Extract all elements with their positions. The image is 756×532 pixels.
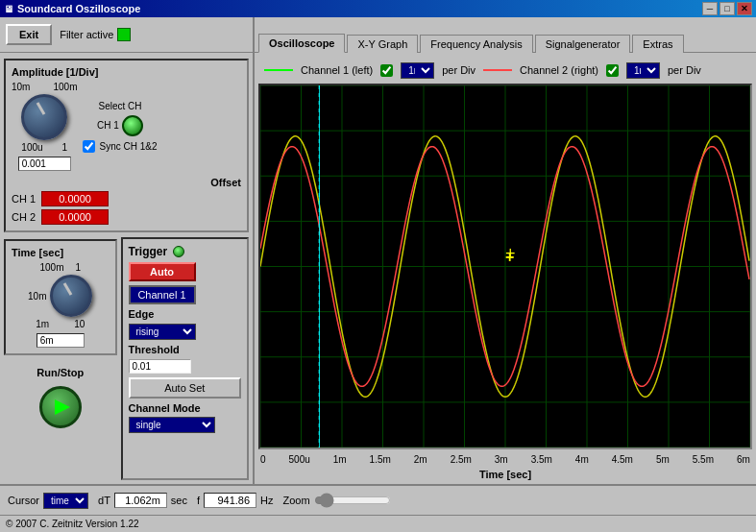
ch2-offset-value[interactable]: 0.0000 <box>41 209 109 225</box>
ch1-line-indicator <box>264 69 293 71</box>
filter-led <box>117 28 131 41</box>
frequency-field: f 941.86 Hz <box>197 493 274 508</box>
time-value-input[interactable] <box>37 333 85 348</box>
sync-checkbox[interactable] <box>83 140 95 153</box>
trigger-mode-button[interactable]: Auto <box>129 262 196 281</box>
tab-bar: Oscilloscope X-Y Graph Frequency Analysi… <box>255 17 756 52</box>
maximize-button[interactable]: □ <box>719 2 735 15</box>
trigger-section: Trigger Auto Channel 1 Edge rising falli… <box>121 237 250 480</box>
runstop-button[interactable] <box>39 386 82 428</box>
f-label: f <box>197 495 200 506</box>
dt-unit: sec <box>171 495 187 506</box>
time-title: Time [sec] <box>12 247 110 258</box>
window-title: Soundcard Oszilloscope <box>17 3 140 14</box>
ch1-led <box>122 115 143 136</box>
sync-label: Sync CH 1&2 <box>99 141 157 152</box>
ch1-offset-value[interactable]: 0.0000 <box>41 191 109 206</box>
channel-controls: Channel 1 (left) 1m5m10m per Div Channel… <box>258 57 752 84</box>
dt-value: 1.062m <box>114 493 167 508</box>
ch2-checkbox[interactable] <box>606 64 619 77</box>
scope-area: Channel 1 (left) 1m5m10m per Div Channel… <box>255 53 756 484</box>
scope-canvas <box>260 85 750 447</box>
ch1-channel-label: Channel 1 (left) <box>301 64 373 76</box>
tab-extras[interactable]: Extras <box>632 35 683 53</box>
copyright-text: © 2007 C. Zeitnitz Version 1.22 <box>6 519 139 529</box>
runstop-section: Run/Stop <box>4 361 117 434</box>
app-icon: 🖥 <box>4 4 13 14</box>
tab-frequency-analysis[interactable]: Frequency Analysis <box>420 35 532 53</box>
amplitude-knob[interactable] <box>21 94 67 140</box>
top-left-controls: Exit Filter active <box>0 17 255 52</box>
content-area: Amplitude [1/Div] 10m 100m <box>0 53 756 484</box>
amplitude-section: Amplitude [1/Div] 10m 100m <box>4 59 249 232</box>
tab-signalgenerator[interactable]: Signalgenerator <box>535 35 631 53</box>
edge-dropdown[interactable]: rising falling <box>129 324 196 340</box>
ch2-per-div-select[interactable]: 1m5m10m <box>626 62 660 79</box>
time-trigger-row: Time [sec] 100m 1 10m <box>4 237 249 480</box>
ch1-per-div-select[interactable]: 1m5m10m <box>401 62 434 79</box>
dt-label: dT <box>98 495 110 506</box>
channel-mode-label: Channel Mode <box>129 402 242 414</box>
f-value: 941.86 <box>204 493 256 508</box>
trigger-header: Trigger <box>129 245 242 258</box>
amplitude-value-input[interactable] <box>18 157 71 171</box>
runstop-label: Run/Stop <box>37 367 84 378</box>
trigger-led <box>173 246 184 257</box>
cursor-type-field: Cursor time freq <box>8 493 88 509</box>
status-bar: Cursor time freq dT 1.062m sec f 941.86 … <box>0 484 756 515</box>
ch1-label-amplitude: CH 1 <box>97 120 119 131</box>
channel-mode-section: Channel Mode single dual <box>129 402 242 433</box>
ch2-offset-label: CH 2 <box>12 211 36 223</box>
offset-label: Offset <box>12 177 241 188</box>
ch2-offset-field: CH 2 0.0000 <box>12 209 241 225</box>
sync-row: Sync CH 1&2 <box>83 140 157 153</box>
time-axis: 0 500u 1m 1.5m 2m 2.5m 3m 3.5m 4m 4.5m 5… <box>258 449 752 469</box>
time-runstop-col: Time [sec] 100m 1 10m <box>4 237 117 480</box>
auto-set-button[interactable]: Auto Set <box>129 377 242 399</box>
time-labels: 0 500u 1m 1.5m 2m 2.5m 3m 3.5m 4m 4.5m 5… <box>258 454 752 465</box>
zoom-label: Zoom <box>283 495 310 506</box>
play-icon <box>55 399 70 415</box>
ch1-checkbox[interactable] <box>380 64 393 77</box>
time-axis-label: Time [sec] <box>258 469 752 480</box>
time-section: Time [sec] 100m 1 10m <box>4 239 117 355</box>
tab-oscilloscope[interactable]: Oscilloscope <box>258 34 345 53</box>
zoom-field: Zoom <box>283 493 391 508</box>
zoom-slider[interactable] <box>314 493 391 508</box>
window-controls: ─ □ ✕ <box>702 2 752 15</box>
threshold-input[interactable] <box>129 359 191 374</box>
crosshair: + <box>505 249 514 266</box>
main-window: Exit Filter active Oscilloscope X-Y Grap… <box>0 17 756 532</box>
tab-xy-graph[interactable]: X-Y Graph <box>347 35 418 53</box>
filter-active-indicator: Filter active <box>60 28 131 41</box>
scope-display[interactable]: + <box>258 84 752 449</box>
minimize-button[interactable]: ─ <box>702 2 718 15</box>
ch1-offset-field: CH 1 0.0000 <box>12 191 241 206</box>
threshold-label: Threshold <box>129 344 242 355</box>
f-unit: Hz <box>260 495 273 506</box>
filter-active-label: Filter active <box>60 29 113 40</box>
copyright-bar: © 2007 C. Zeitnitz Version 1.22 <box>0 515 756 532</box>
trigger-title: Trigger <box>129 245 168 258</box>
ch2-line-indicator <box>483 69 512 71</box>
offset-section: Offset CH 1 0.0000 CH 2 0.0000 <box>12 177 241 225</box>
title-bar: 🖥 Soundcard Oszilloscope ─ □ ✕ <box>0 0 756 17</box>
ch2-channel-label: Channel 2 (right) <box>520 64 598 76</box>
left-panel: Amplitude [1/Div] 10m 100m <box>0 53 255 484</box>
trigger-channel-button[interactable]: Channel 1 <box>129 285 196 304</box>
dt-field: dT 1.062m sec <box>98 493 187 508</box>
exit-button[interactable]: Exit <box>6 24 52 45</box>
cursor-line <box>319 85 320 447</box>
ch2-per-div-label: per Div <box>668 64 701 76</box>
ch1-offset-label: CH 1 <box>12 193 36 205</box>
cursor-label: Cursor <box>8 495 39 506</box>
time-knob[interactable] <box>50 275 92 317</box>
select-ch-label: Select CH <box>98 101 141 111</box>
edge-label: Edge <box>129 308 242 320</box>
cursor-type-select[interactable]: time freq <box>43 493 88 509</box>
close-button[interactable]: ✕ <box>737 2 752 15</box>
channel-mode-dropdown[interactable]: single dual <box>129 417 215 433</box>
ch1-per-div-label: per Div <box>442 64 476 76</box>
amplitude-title: Amplitude [1/Div] <box>12 66 241 78</box>
